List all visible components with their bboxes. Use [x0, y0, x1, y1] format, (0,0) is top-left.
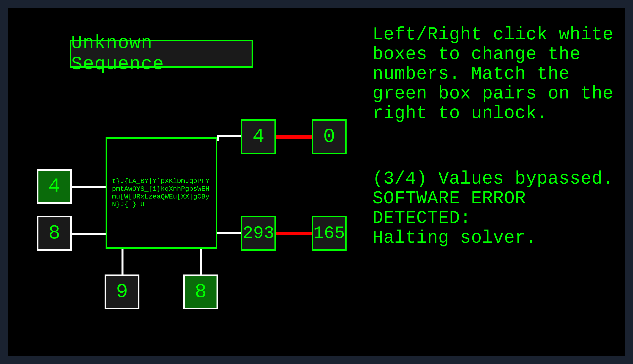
puzzle-title: Unknown Sequence	[70, 40, 253, 68]
instructions-text: Left/Right click white boxes to change t…	[372, 25, 617, 123]
wire-right-1	[217, 135, 241, 137]
cipher-box: t}J{LA_BY|Y`pXKlDmJqoPFYpmtAwOYS_[i}kqXn…	[106, 137, 217, 249]
output-computed-2: 293	[241, 216, 276, 250]
wire-right-1-stub	[217, 137, 219, 141]
input-bottom-1[interactable]: 9	[105, 274, 139, 309]
input-left-2[interactable]: 8	[37, 216, 72, 250]
input-left-1[interactable]: 4	[37, 169, 72, 204]
wire-bottom-2	[200, 249, 202, 274]
game-panel: Unknown Sequence t}J{LA_BY|Y`pXKlDmJqoPF…	[8, 8, 625, 356]
cipher-text: t}J{LA_BY|Y`pXKlDmJqoPFYpmtAwOYS_[i}kqXn…	[112, 178, 211, 208]
output-computed-1: 4	[241, 119, 276, 154]
wire-mismatch-2	[276, 232, 312, 235]
wire-bottom-1	[121, 249, 123, 274]
wire-right-2	[217, 232, 241, 234]
wire-left-2	[72, 233, 106, 235]
wire-left-1	[72, 186, 106, 188]
output-target-1: 0	[312, 119, 347, 154]
status-text: (3/4) Values bypassed.SOFTWARE ERROR DET…	[372, 169, 617, 248]
input-bottom-2[interactable]: 8	[183, 274, 218, 309]
wire-mismatch-1	[276, 135, 312, 139]
output-target-2: 165	[312, 216, 347, 250]
